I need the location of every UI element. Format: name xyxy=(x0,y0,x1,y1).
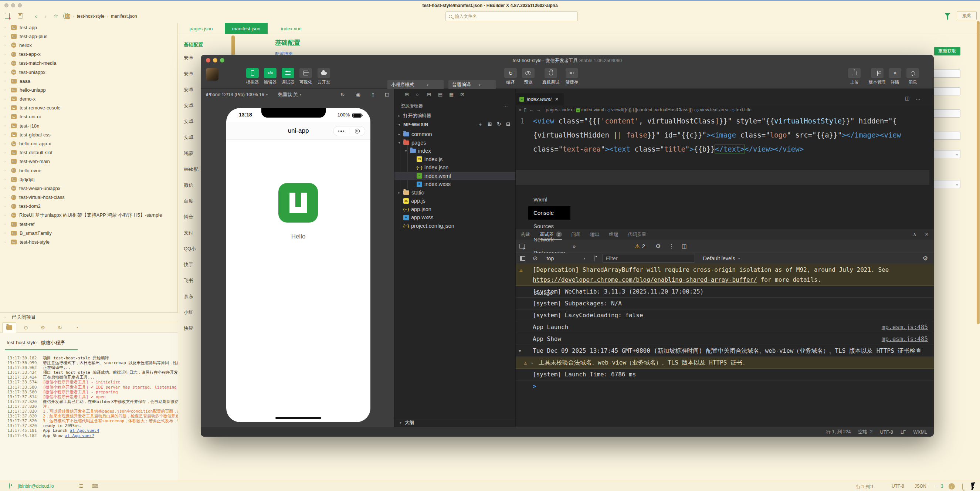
clear-console-icon[interactable]: ⊘ xyxy=(533,255,538,262)
list-icon[interactable]: ☲ xyxy=(79,484,83,489)
explorer-item-app.js[interactable]: JSapp.js xyxy=(395,197,515,205)
dock-side-icon[interactable]: ◫ xyxy=(682,243,687,250)
project-tree-item[interactable]: ›test-dom2 xyxy=(0,202,177,211)
phone-simulator[interactable]: 13:18 100% uni-app xyxy=(226,108,371,422)
hbx-console-tab-title[interactable]: test-host-style - 微信小程序 xyxy=(6,340,65,346)
编辑器-button[interactable]: </>编辑器 xyxy=(261,68,279,85)
multi-window-icon[interactable]: ⧠ xyxy=(385,92,389,98)
search-panel-icon[interactable]: ⊙ xyxy=(22,324,30,331)
filter-input[interactable]: Filter xyxy=(603,254,695,263)
云开发-button[interactable]: 云开发 xyxy=(315,68,333,85)
cloud-panel-icon[interactable]: ◔ xyxy=(73,324,81,331)
editor-breadcrumb[interactable]: ≡ ▯ ← → pages › index › ‹› index.wxml › … xyxy=(516,105,934,114)
save-icon[interactable] xyxy=(16,12,24,20)
breadcrumb-item[interactable]: view.text-area xyxy=(700,107,728,112)
cursor-position[interactable]: 行:1 列:1 xyxy=(856,484,873,490)
project-tree-item[interactable]: ›B_smartFamily xyxy=(0,228,177,238)
open-editors-section[interactable]: ▸ 打开的编辑器 xyxy=(395,112,515,120)
phone-icon[interactable]: ▯ xyxy=(372,92,374,97)
capsule-more-icon[interactable] xyxy=(333,126,349,136)
console-warning-child[interactable]: ⚠▸工具未校验合法域名、web-view（业务域名）、TLS 版本以及 HTTP… xyxy=(516,357,934,368)
project-tree-item[interactable]: ›aaaa xyxy=(0,77,177,85)
devtools-settings-icon[interactable]: ⚙ xyxy=(655,242,660,250)
breadcrumb[interactable]: › test-host-style › manifest.json xyxy=(65,13,137,19)
back-icon[interactable]: ‹ xyxy=(32,12,40,20)
project-tree-item[interactable]: ›test-app-x xyxy=(0,50,177,59)
编译-button[interactable]: ↻编译 xyxy=(502,68,519,85)
star-icon[interactable]: ☆ xyxy=(52,12,60,20)
collapse-panel-icon[interactable]: ∧ xyxy=(913,231,917,237)
language-label[interactable]: WXML xyxy=(913,430,928,435)
cursor-position[interactable]: 行 1, 列 224 xyxy=(826,429,851,435)
tab-index.vue[interactable]: index.vue xyxy=(274,23,309,34)
encoding-label[interactable]: UTF-8 xyxy=(880,430,893,435)
project-tree-item[interactable]: ›test-virtual-host-class xyxy=(0,193,177,202)
levels-select[interactable]: Default levels xyxy=(703,255,735,261)
context-select[interactable]: top xyxy=(546,255,554,261)
breadcrumb-item[interactable]: index xyxy=(562,107,573,112)
terminal-icon[interactable]: ⌨ xyxy=(92,484,98,489)
eol-label[interactable]: LF xyxy=(900,430,906,435)
download-icon[interactable]: ↓ xyxy=(948,483,955,489)
project-tree-item[interactable]: ›test-weixin-uniappx xyxy=(0,184,177,193)
outline-icon[interactable]: ≡ xyxy=(519,107,521,112)
project-tree-item[interactable]: ›test- i18n xyxy=(0,121,177,130)
compile-select[interactable]: 普通编译▾ xyxy=(449,80,496,90)
eye-icon[interactable] xyxy=(594,255,595,261)
explorer-item-index.json[interactable]: {··}index.json xyxy=(395,163,515,172)
project-tree-item[interactable]: ›hellox xyxy=(0,41,177,49)
nav-forward-icon[interactable]: → xyxy=(536,107,541,112)
filter-icon[interactable] xyxy=(945,13,950,17)
console-settings-icon[interactable]: ⚙ xyxy=(923,255,928,262)
explorer-item-project.config.json[interactable]: {··}project.config.json xyxy=(395,222,515,230)
project-tree-item[interactable]: ›test-match-media xyxy=(0,59,177,68)
project-tree-item[interactable]: ›test-default-slot xyxy=(0,148,177,157)
explorer-item-index.wxss[interactable]: ≋index.wxss xyxy=(395,180,515,188)
tab-manifest.json[interactable]: manifest.json xyxy=(225,23,268,34)
devtools-tab-Network[interactable]: Network xyxy=(528,233,570,246)
devtools-tab-Console[interactable]: Console xyxy=(528,206,570,220)
code-editor[interactable]: 1 <view class="{{['content', virtualHost… xyxy=(516,114,934,229)
project-tree-item[interactable]: ›hello-uni-app-x xyxy=(0,139,177,148)
file-icon[interactable]: ▦ xyxy=(449,92,453,97)
panel-tab-终端[interactable]: 终端 xyxy=(609,231,619,238)
project-tree-item[interactable]: ›test-global-css xyxy=(0,130,177,139)
grid-icon[interactable]: ▤ xyxy=(438,92,442,97)
close-panel-icon[interactable]: ✕ xyxy=(924,231,929,237)
source-link[interactable]: mp.esm.js:485 xyxy=(882,322,928,332)
project-tree-item[interactable]: ›test-uniappx xyxy=(0,68,177,77)
调试器-button[interactable]: 调试器 xyxy=(279,68,297,85)
breadcrumb-file[interactable]: manifest.json xyxy=(111,14,137,19)
refresh-panel-icon[interactable]: ↻ xyxy=(56,324,64,331)
expander-icon[interactable]: ▼ xyxy=(519,346,521,356)
详情-button[interactable]: ≡详情 xyxy=(886,68,904,85)
manifest-menu-selected[interactable]: 基础配置 xyxy=(184,41,203,48)
bell-icon[interactable] xyxy=(962,484,963,489)
版本管理-button[interactable]: 版本管理 xyxy=(866,68,888,85)
project-tree-item[interactable]: ›test-remove-cosole xyxy=(0,104,177,112)
真机调试-button[interactable]: 真机调试 xyxy=(540,68,562,85)
模拟器-button[interactable]: 模拟器 xyxy=(243,68,261,85)
console-prompt[interactable]: > xyxy=(516,381,934,392)
explorer-item-app.json[interactable]: {··}app.json xyxy=(395,205,515,214)
log-link[interactable]: at App.vue:4 xyxy=(70,428,99,433)
panel-tab-问题[interactable]: 问题 xyxy=(571,231,581,238)
explorer-more-icon[interactable]: … xyxy=(503,102,509,108)
search-icon[interactable]: ○ xyxy=(416,92,419,97)
closed-projects-row[interactable]: › 已关闭项目 xyxy=(0,312,178,322)
可视化-button[interactable]: 可视化 xyxy=(297,68,315,85)
explorer-item-common[interactable]: ▸common xyxy=(395,130,515,139)
expander-icon[interactable]: ▸ xyxy=(531,358,534,368)
warning-icon[interactable]: ⚠ xyxy=(635,243,640,250)
account-label[interactable]: jibinbin@dcloud.io xyxy=(18,484,54,489)
project-tree-item[interactable]: ›djdjdjdj xyxy=(0,175,177,184)
console-sidebar-icon[interactable] xyxy=(520,256,525,261)
清缓存-button[interactable]: ≡▾清缓存 xyxy=(563,68,581,85)
devtools-tab-Sources[interactable]: Sources xyxy=(528,220,570,233)
avatar[interactable] xyxy=(206,68,218,81)
branch-icon[interactable]: ⊟ xyxy=(427,92,431,97)
project-tree-item[interactable]: ›RiceUI 基于uniappx 的UI框架【支持APP 鸿蒙 小程序 H5】… xyxy=(0,211,177,220)
close-tab-icon[interactable]: ✕ xyxy=(555,97,559,102)
browser-preview-button[interactable]: 预览 xyxy=(957,11,977,20)
bookmark-icon[interactable]: ▯ xyxy=(524,107,527,112)
